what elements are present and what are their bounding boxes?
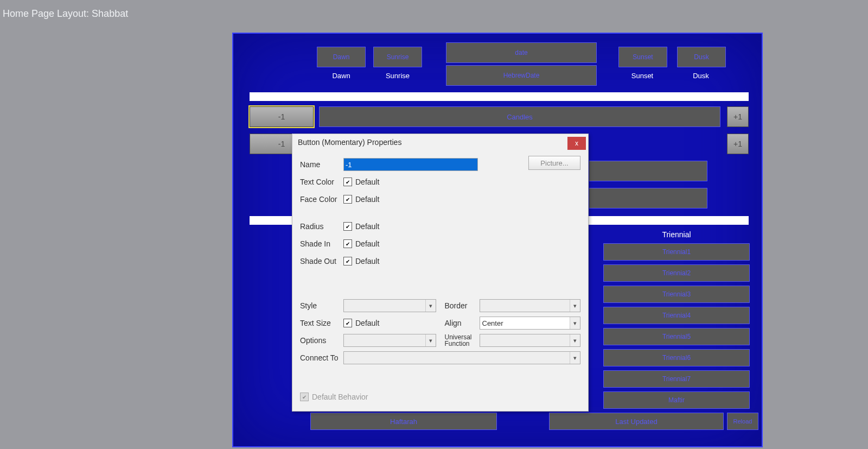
default-text: Default bbox=[355, 195, 379, 204]
triennial-item[interactable]: Triennial2 bbox=[603, 264, 750, 282]
hebrew-date-button[interactable]: HebrewDate bbox=[446, 65, 597, 86]
triennial-item[interactable]: Triennial4 bbox=[603, 307, 750, 324]
dropdown-icon bbox=[570, 334, 580, 346]
default-text: Default bbox=[355, 319, 379, 327]
name-label: Name bbox=[300, 160, 343, 169]
reload-button[interactable]: Reload bbox=[727, 413, 758, 430]
row-3[interactable] bbox=[589, 161, 707, 181]
sunrise-label: Sunrise bbox=[371, 72, 425, 80]
triennial-list: Triennial1 Triennial2 Triennial3 Trienni… bbox=[603, 243, 750, 413]
text-size-label: Text Size bbox=[300, 319, 343, 327]
align-value: Center bbox=[482, 319, 503, 327]
name-input[interactable] bbox=[343, 158, 478, 171]
radius-default-checkbox[interactable] bbox=[343, 222, 352, 231]
minus-button-1[interactable]: -1 bbox=[250, 106, 314, 127]
shade-in-default-checkbox[interactable] bbox=[343, 239, 352, 248]
dropdown-icon bbox=[570, 300, 580, 312]
row-4[interactable] bbox=[589, 188, 707, 208]
shade-out-default-checkbox[interactable] bbox=[343, 257, 352, 265]
sunrise-button[interactable]: Sunrise bbox=[373, 47, 422, 67]
last-updated-button[interactable]: Last Updated bbox=[549, 413, 724, 430]
dialog-title: Button (Momentary) Properties bbox=[292, 138, 401, 147]
align-label: Align bbox=[445, 319, 480, 327]
text-color-default-checkbox[interactable] bbox=[343, 178, 352, 186]
dropdown-icon bbox=[425, 334, 436, 346]
options-combo[interactable] bbox=[343, 334, 436, 347]
triennial-item[interactable]: Maftir bbox=[603, 391, 750, 409]
plus-button-2[interactable]: +1 bbox=[727, 134, 749, 154]
shade-in-label: Shade In bbox=[300, 239, 343, 248]
dropdown-icon bbox=[570, 317, 580, 329]
triennial-item[interactable]: Triennial5 bbox=[603, 328, 750, 345]
haftarah-button[interactable]: Haftarah bbox=[310, 413, 497, 430]
default-text: Default bbox=[355, 239, 379, 248]
triennial-header: Triennial bbox=[603, 230, 750, 239]
dusk-button[interactable]: Dusk bbox=[677, 47, 726, 67]
default-text: Default bbox=[355, 257, 379, 265]
page-title: Home Page Layout: Shabbat bbox=[3, 8, 128, 20]
align-combo[interactable]: Center bbox=[480, 317, 581, 330]
properties-dialog: Button (Momentary) Properties x Picture.… bbox=[292, 134, 589, 412]
date-button[interactable]: date bbox=[446, 42, 597, 63]
dropdown-icon bbox=[425, 300, 436, 312]
triennial-item[interactable]: Triennial6 bbox=[603, 349, 750, 366]
picture-button[interactable]: Picture... bbox=[528, 156, 580, 170]
divider-bar-1 bbox=[250, 92, 749, 101]
universal-function-combo[interactable] bbox=[480, 334, 581, 347]
dawn-button[interactable]: Dawn bbox=[317, 47, 366, 67]
default-text: Default bbox=[355, 222, 379, 231]
triennial-item[interactable]: Triennial3 bbox=[603, 286, 750, 303]
default-text: Default bbox=[355, 178, 379, 186]
default-behavior-row: Default Behavior bbox=[300, 393, 368, 401]
options-label: Options bbox=[300, 336, 343, 345]
default-behavior-checkbox bbox=[300, 393, 309, 401]
close-button[interactable]: x bbox=[567, 137, 586, 150]
text-color-label: Text Color bbox=[300, 178, 343, 186]
universal-function-label: Universal Function bbox=[445, 334, 480, 347]
default-behavior-label: Default Behavior bbox=[312, 393, 368, 401]
face-color-default-checkbox[interactable] bbox=[343, 195, 352, 204]
style-combo[interactable] bbox=[343, 299, 436, 312]
dialog-titlebar[interactable]: Button (Momentary) Properties x bbox=[292, 134, 588, 150]
dusk-label: Dusk bbox=[674, 72, 728, 80]
style-label: Style bbox=[300, 301, 343, 310]
face-color-label: Face Color bbox=[300, 195, 343, 204]
border-label: Border bbox=[445, 301, 480, 310]
text-size-default-checkbox[interactable] bbox=[343, 319, 352, 327]
shade-out-label: Shade Out bbox=[300, 257, 343, 265]
triennial-item[interactable]: Triennial1 bbox=[603, 243, 750, 261]
sunset-button[interactable]: Sunset bbox=[618, 47, 667, 67]
plus-button-1[interactable]: +1 bbox=[727, 106, 749, 127]
connect-to-label: Connect To bbox=[300, 353, 343, 362]
triennial-item[interactable]: Triennial7 bbox=[603, 370, 750, 388]
connect-to-combo[interactable] bbox=[343, 351, 580, 364]
sunset-label: Sunset bbox=[615, 72, 669, 80]
radius-label: Radius bbox=[300, 222, 343, 231]
border-combo[interactable] bbox=[480, 299, 581, 312]
candles-button[interactable]: Candles bbox=[319, 106, 720, 127]
dawn-label: Dawn bbox=[301, 72, 382, 80]
dropdown-icon bbox=[570, 352, 580, 364]
